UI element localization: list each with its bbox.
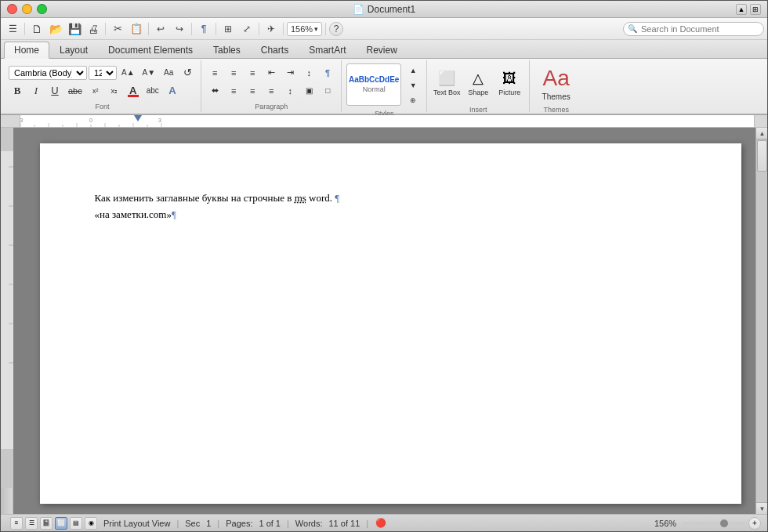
- search-input[interactable]: [623, 22, 764, 36]
- scroll-up-button[interactable]: ▲: [756, 128, 767, 139]
- numbering-button[interactable]: ≡: [225, 64, 242, 81]
- copy-button[interactable]: 📋: [128, 20, 145, 38]
- increase-indent-button[interactable]: ⇥: [281, 64, 299, 81]
- words-label: Words:: [295, 519, 323, 528]
- window-minimize-icon[interactable]: ▲: [736, 4, 747, 15]
- view-publishing-button[interactable]: ▤: [70, 517, 82, 530]
- tab-charts[interactable]: Charts: [251, 41, 299, 58]
- scroll-thumb[interactable]: [757, 140, 767, 172]
- window-resize-icon[interactable]: ⊞: [750, 4, 761, 15]
- bullets-button[interactable]: ≡: [206, 64, 223, 81]
- window-title: 📄 Document1: [353, 4, 415, 15]
- publish-button[interactable]: ✈: [263, 20, 280, 38]
- shading-button[interactable]: ▣: [300, 82, 317, 100]
- open-button[interactable]: 📂: [47, 20, 64, 38]
- language-flag[interactable]: 🔴: [375, 517, 387, 530]
- shape-button[interactable]: △ Shape: [463, 62, 493, 104]
- subscript-button[interactable]: x₂: [106, 82, 123, 100]
- font-size-select[interactable]: 12: [89, 66, 117, 80]
- highlight-button[interactable]: abc: [143, 82, 162, 100]
- pages-value: 1 of 1: [259, 519, 281, 528]
- view-normal-button[interactable]: ≡: [10, 517, 23, 530]
- zoom-in-button[interactable]: +: [748, 517, 761, 530]
- save-button[interactable]: 💾: [66, 20, 83, 38]
- zoom-level-label: 156%: [654, 519, 679, 528]
- text-effects-button[interactable]: A: [164, 82, 181, 100]
- themes-button[interactable]: Aa Themes: [534, 62, 578, 104]
- scroll-down-button[interactable]: ▼: [756, 502, 767, 514]
- document-content[interactable]: Как изменить заглавные буквы на строчные…: [95, 190, 686, 223]
- zoom-box[interactable]: 156% ▾: [287, 22, 322, 36]
- minimize-button[interactable]: [22, 4, 32, 14]
- themes-group-label: Themes: [543, 104, 569, 114]
- sort-button[interactable]: ↕: [300, 64, 317, 81]
- change-case-button[interactable]: Aa: [160, 64, 177, 81]
- table-button[interactable]: ⊞: [219, 20, 237, 38]
- style-more-button[interactable]: ⊕: [404, 93, 422, 107]
- zoom-slider-thumb[interactable]: [720, 519, 728, 527]
- tab-home[interactable]: Home: [4, 42, 49, 59]
- tab-document-elements[interactable]: Document Elements: [98, 41, 203, 58]
- status-sep-4: |: [366, 519, 368, 528]
- title-bar: 📄 Document1 ▲ ⊞: [1, 1, 767, 18]
- view-focus-button[interactable]: ◉: [85, 517, 97, 530]
- underline-button[interactable]: U: [46, 82, 63, 100]
- strikethrough-button[interactable]: abc: [65, 82, 85, 100]
- tab-review[interactable]: Review: [356, 41, 407, 58]
- align-left-button[interactable]: ⬌: [206, 82, 223, 100]
- line-spacing-button[interactable]: ↕: [281, 82, 299, 100]
- font-family-select[interactable]: Cambria (Body): [9, 66, 87, 80]
- justify-button[interactable]: ≡: [263, 82, 280, 100]
- vertical-scrollbar[interactable]: ▲ ▼: [755, 128, 767, 514]
- font-row-1: Cambria (Body) 12 A▲ A▼ Aa ↺: [9, 64, 196, 81]
- tab-smartart[interactable]: SmartArt: [299, 41, 356, 58]
- v-ruler-marks: [1, 128, 13, 488]
- align-center-button[interactable]: ≡: [225, 82, 242, 100]
- search-icon: 🔍: [628, 24, 637, 33]
- text-box-button[interactable]: ⬜ Text Box: [432, 62, 462, 104]
- view-buttons: ≡ ☰ 📓 ⬜ ▤ ◉: [10, 517, 97, 530]
- ruler-right-margin: [755, 115, 767, 127]
- separator-2: [105, 23, 106, 35]
- font-shrink-button[interactable]: A▼: [139, 64, 159, 81]
- font-grow-button[interactable]: A▲: [118, 64, 138, 81]
- separator-5: [216, 23, 216, 35]
- view-print-layout-button[interactable]: ⬜: [55, 517, 67, 530]
- align-right-button[interactable]: ≡: [244, 82, 261, 100]
- separator-3: [148, 23, 149, 35]
- show-formatting-button[interactable]: ¶: [319, 64, 336, 81]
- print-button[interactable]: 🖨: [85, 20, 102, 38]
- new-button[interactable]: 🗋: [28, 20, 45, 38]
- zoom-slider[interactable]: [683, 522, 745, 525]
- help-button[interactable]: ?: [329, 22, 343, 36]
- vertical-ruler: [1, 128, 13, 514]
- clear-format-button[interactable]: ↺: [179, 64, 196, 81]
- close-button[interactable]: [7, 4, 17, 14]
- svg-text:0: 0: [89, 118, 92, 123]
- bold-button[interactable]: B: [9, 82, 26, 100]
- tab-layout[interactable]: Layout: [49, 41, 98, 58]
- picture-button[interactable]: 🖼 Picture: [494, 62, 524, 104]
- pilcrow-button[interactable]: ¶: [195, 20, 212, 38]
- zoom-area: 156% +: [654, 517, 761, 530]
- redo-button[interactable]: ↪: [171, 20, 188, 38]
- cut-button[interactable]: ✂: [109, 20, 126, 38]
- view-outline-button[interactable]: ☰: [25, 517, 38, 530]
- zoom-value: 156%: [291, 24, 313, 34]
- style-preview-normal[interactable]: AaBbCcDdEe Normal: [346, 63, 401, 106]
- maximize-button[interactable]: [37, 4, 47, 14]
- style-up-button[interactable]: ▲: [404, 63, 422, 77]
- superscript-button[interactable]: x²: [87, 82, 104, 100]
- resize-button[interactable]: ⤢: [238, 20, 255, 38]
- multilevel-button[interactable]: ≡: [244, 64, 261, 81]
- decrease-indent-button[interactable]: ⇤: [263, 64, 280, 81]
- italic-button[interactable]: I: [27, 82, 45, 100]
- picture-label: Picture: [498, 89, 520, 96]
- font-color-button[interactable]: A: [125, 82, 142, 100]
- borders-button[interactable]: □: [319, 82, 336, 100]
- menu-button[interactable]: ☰: [4, 20, 21, 38]
- undo-button[interactable]: ↩: [152, 20, 169, 38]
- view-notebook-button[interactable]: 📓: [40, 517, 53, 530]
- tab-tables[interactable]: Tables: [203, 41, 251, 58]
- style-down-button[interactable]: ▼: [404, 78, 422, 92]
